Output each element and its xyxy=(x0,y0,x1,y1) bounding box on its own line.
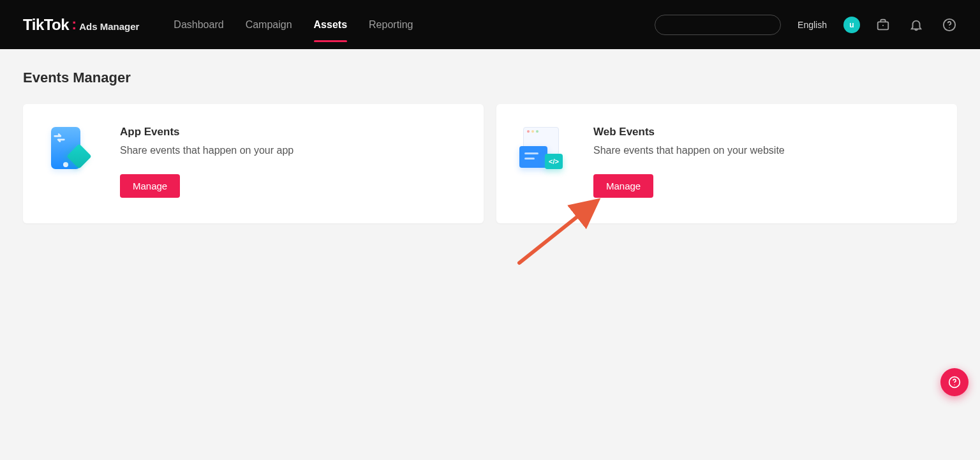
help-icon[interactable] xyxy=(942,17,957,33)
top-bar: TikTok : Ads Manager Dashboard Campaign … xyxy=(0,0,980,49)
search-input[interactable] xyxy=(655,15,781,35)
card-title: Web Events xyxy=(593,126,934,138)
svg-point-2 xyxy=(949,27,949,27)
page-title: Events Manager xyxy=(23,70,957,86)
web-events-icon: </> xyxy=(519,127,564,172)
language-switcher[interactable]: English xyxy=(798,20,827,30)
manage-web-events-button[interactable]: Manage xyxy=(593,174,653,198)
svg-point-6 xyxy=(954,385,954,385)
primary-nav: Dashboard Campaign Assets Reporting xyxy=(174,15,413,34)
card-description: Share events that happen on your app xyxy=(120,145,461,156)
card-app-events: App Events Share events that happen on y… xyxy=(23,104,484,223)
brand-dot-icon: : xyxy=(71,17,77,32)
nav-assets[interactable]: Assets xyxy=(314,15,347,34)
nav-campaign[interactable]: Campaign xyxy=(246,15,292,34)
page-content: Events Manager App Events Share events t… xyxy=(0,49,980,244)
avatar[interactable]: u xyxy=(843,17,860,33)
help-fab[interactable] xyxy=(940,368,969,396)
app-events-icon xyxy=(46,127,91,172)
briefcase-icon[interactable] xyxy=(875,17,891,33)
manage-app-events-button[interactable]: Manage xyxy=(120,174,180,198)
nav-dashboard[interactable]: Dashboard xyxy=(174,15,223,34)
brand: TikTok : Ads Manager xyxy=(23,16,139,34)
card-description: Share events that happen on your website xyxy=(593,145,934,156)
card-title: App Events xyxy=(120,126,461,138)
nav-reporting[interactable]: Reporting xyxy=(369,15,413,34)
brand-suffix: Ads Manager xyxy=(79,21,139,32)
brand-wordmark: TikTok xyxy=(23,16,69,34)
bell-icon[interactable] xyxy=(909,17,924,33)
card-web-events: </> Web Events Share events that happen … xyxy=(496,104,957,223)
event-cards: App Events Share events that happen on y… xyxy=(23,104,957,223)
